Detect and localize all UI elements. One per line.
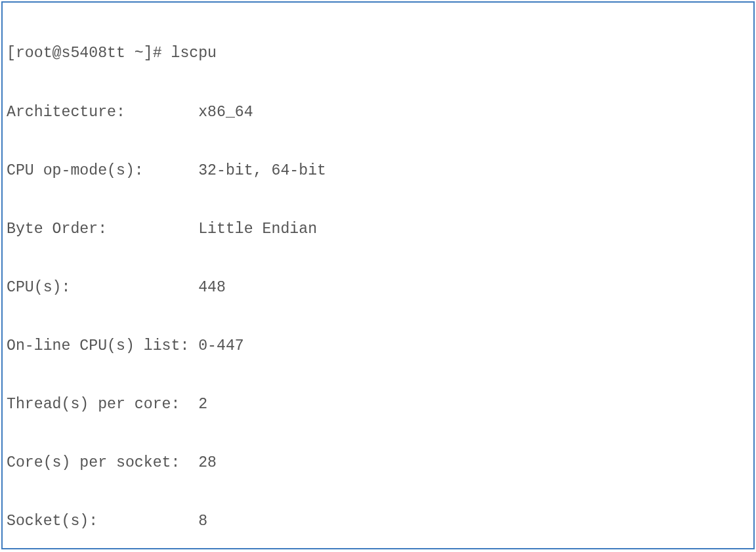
output-value: 448 xyxy=(198,279,226,296)
output-label: Byte Order: xyxy=(7,220,198,240)
output-value: 8 xyxy=(198,513,207,530)
output-row: Architecture:x86_64 xyxy=(7,103,749,123)
prompt-line: [root@s5408tt ~]# lscpu xyxy=(7,44,749,64)
output-value: 0-447 xyxy=(198,337,244,354)
output-value: x86_64 xyxy=(198,104,253,121)
output-row: CPU op-mode(s):32-bit, 64-bit xyxy=(7,161,749,181)
terminal-output[interactable]: [root@s5408tt ~]# lscpu Architecture:x86… xyxy=(7,5,749,549)
output-row: Socket(s):8 xyxy=(7,512,749,532)
output-row: Thread(s) per core:2 xyxy=(7,395,749,415)
output-value: 2 xyxy=(198,396,207,413)
output-label: On-line CPU(s) list: xyxy=(7,337,198,356)
output-label: CPU(s): xyxy=(7,278,198,298)
output-row: CPU(s):448 xyxy=(7,278,749,298)
terminal-frame: [root@s5408tt ~]# lscpu Architecture:x86… xyxy=(1,1,755,549)
output-row: On-line CPU(s) list:0-447 xyxy=(7,337,749,356)
output-value: 32-bit, 64-bit xyxy=(198,162,326,179)
output-label: Architecture: xyxy=(7,103,198,123)
output-label: Socket(s): xyxy=(7,512,198,532)
output-row: Core(s) per socket:28 xyxy=(7,454,749,473)
output-label: Core(s) per socket: xyxy=(7,454,198,473)
output-label: CPU op-mode(s): xyxy=(7,161,198,181)
output-value: 28 xyxy=(198,454,217,471)
output-row: Byte Order:Little Endian xyxy=(7,220,749,240)
output-label: Thread(s) per core: xyxy=(7,395,198,415)
output-value: Little Endian xyxy=(198,221,317,238)
